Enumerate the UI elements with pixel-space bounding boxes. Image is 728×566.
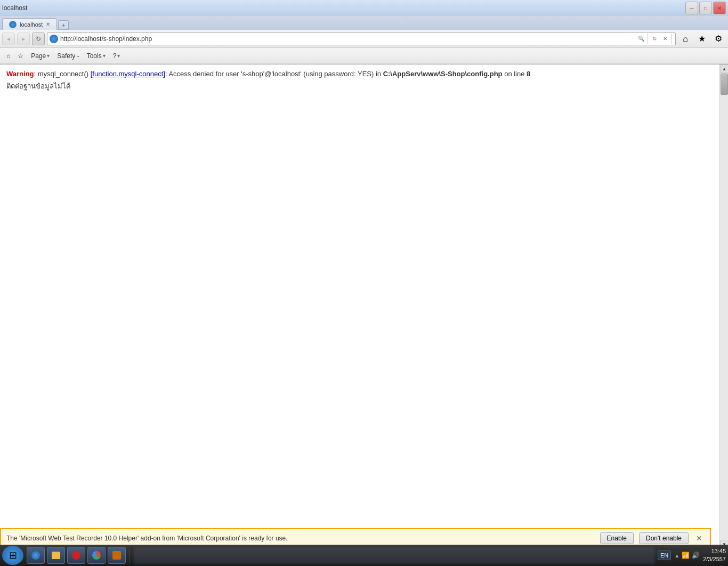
- refresh-button[interactable]: ↻: [32, 33, 45, 45]
- taskbar-running-apps: [134, 547, 654, 564]
- separator2: [672, 34, 672, 44]
- media-icon: [72, 551, 80, 560]
- tab-favicon: [9, 21, 17, 28]
- address-bar-container: 🔍 ↻ ✕: [47, 33, 676, 45]
- window-controls: ─ □ ✕: [685, 2, 726, 14]
- page-menu-label: Page: [31, 52, 46, 60]
- taskbar-clock[interactable]: 13:45 2/3/2557: [703, 547, 726, 564]
- forward-button[interactable]: ▸: [17, 33, 30, 45]
- taskbar: ⊞ EN ▲ 📶 🔊 13:45 2/3/2557: [0, 545, 728, 566]
- search-icon[interactable]: 🔍: [636, 34, 646, 44]
- error-msg: : Access denied for user 's-shop'@'local…: [165, 70, 383, 78]
- separator: [648, 34, 648, 44]
- favorites-toolbar-button[interactable]: ☆: [14, 51, 27, 61]
- volume-icon: 🔊: [692, 552, 700, 559]
- help-dropdown-icon: ▾: [117, 53, 120, 59]
- scrollbar-track[interactable]: [720, 73, 728, 540]
- safety-menu[interactable]: Safety -: [54, 51, 82, 61]
- error-path: C:\AppServ\www\S-Shop\config.php: [383, 70, 503, 78]
- title-bar: localhost ─ □ ✕ localhost ✕ + ◂ ▸ ↻ 🔍 ↻ …: [0, 0, 728, 64]
- tray-arrow[interactable]: ▲: [674, 553, 680, 559]
- content-area: Warning: mysql_connect() [function.mysql…: [0, 64, 719, 548]
- chrome-icon: [92, 551, 101, 560]
- taskbar-folder[interactable]: [47, 547, 65, 564]
- refresh-addr-button[interactable]: ↻: [649, 34, 660, 44]
- nav-right-buttons: ⌂ ★ ⚙: [678, 31, 726, 46]
- tray-icons: ▲ 📶 🔊: [674, 552, 700, 559]
- tools-menu[interactable]: Tools ▾: [84, 51, 109, 61]
- tab-label: localhost: [20, 21, 43, 28]
- network-icon: 📶: [682, 552, 690, 559]
- error-message: Warning: mysql_connect() [function.mysql…: [6, 69, 713, 92]
- addon-bar-close-button[interactable]: ✕: [694, 533, 705, 544]
- system-tray: EN ▲ 📶 🔊 13:45 2/3/2557: [658, 547, 726, 564]
- minimize-button[interactable]: ─: [685, 2, 698, 14]
- restore-button[interactable]: □: [699, 2, 712, 14]
- address-favicon: [50, 35, 58, 43]
- scrollbar-thumb[interactable]: [721, 74, 728, 95]
- clock-date: 2/3/2557: [703, 555, 726, 563]
- error-func: : mysql_connect(): [34, 70, 91, 78]
- safety-menu-label: Safety -: [57, 52, 79, 60]
- favorites-button[interactable]: ★: [694, 31, 709, 46]
- taskbar-separator: [129, 548, 130, 563]
- addon-bar-message: The 'Microsoft Web Test Recorder 10.0 He…: [6, 535, 595, 542]
- taskbar-chrome[interactable]: [87, 547, 106, 564]
- home-button[interactable]: ⌂: [678, 31, 693, 46]
- clock-time: 13:45: [703, 547, 726, 555]
- help-menu-label: ?: [113, 52, 117, 60]
- new-tab-button[interactable]: +: [58, 20, 69, 30]
- tab-localhost[interactable]: localhost ✕: [2, 18, 57, 30]
- stop-button[interactable]: ✕: [660, 34, 670, 44]
- browser-area: Warning: mysql_connect() [function.mysql…: [0, 64, 728, 548]
- tools-dropdown-icon: ▾: [103, 53, 106, 59]
- java-icon: [112, 551, 121, 560]
- warning-label: Warning: [6, 70, 34, 78]
- toolbar: ⌂ ☆ Page ▾ Safety - Tools ▾ ? ▾: [0, 48, 728, 64]
- function-link[interactable]: [function.mysql-connect]: [91, 70, 165, 78]
- close-button[interactable]: ✕: [713, 2, 726, 14]
- tab-favicon-globe: [10, 21, 16, 28]
- thai-error-text: ติดต่อฐานข้อมูลไม่ได้: [6, 81, 713, 92]
- dont-enable-button[interactable]: Don't enable: [639, 532, 689, 544]
- error-line-num: 8: [527, 70, 530, 78]
- home-toolbar-button[interactable]: ⌂: [3, 51, 13, 61]
- nav-bar: ◂ ▸ ↻ 🔍 ↻ ✕ ⌂ ★ ⚙: [0, 30, 728, 48]
- window-title: localhost: [2, 4, 27, 12]
- language-indicator: EN: [658, 551, 671, 560]
- tools-menu-label: Tools: [87, 52, 102, 60]
- scrollbar-up-arrow[interactable]: ▲: [720, 64, 728, 73]
- address-input[interactable]: [60, 35, 636, 43]
- help-menu[interactable]: ? ▾: [110, 51, 124, 61]
- error-line-prefix: on line: [503, 70, 527, 78]
- folder-icon: [52, 552, 60, 559]
- back-button[interactable]: ◂: [2, 33, 15, 45]
- taskbar-ie[interactable]: [27, 547, 45, 564]
- start-button[interactable]: ⊞: [2, 546, 23, 565]
- page-dropdown-icon: ▾: [47, 53, 50, 59]
- settings-button[interactable]: ⚙: [711, 31, 726, 46]
- page-menu[interactable]: Page ▾: [28, 51, 53, 61]
- taskbar-java[interactable]: [108, 547, 126, 564]
- vertical-scrollbar[interactable]: ▲ ▼: [719, 64, 728, 548]
- ie-icon: [31, 551, 40, 560]
- taskbar-media[interactable]: [67, 547, 85, 564]
- title-bar-left: localhost: [2, 4, 27, 12]
- tab-close-button[interactable]: ✕: [46, 21, 50, 27]
- enable-button[interactable]: Enable: [600, 532, 634, 544]
- tab-bar: localhost ✕ +: [0, 16, 728, 30]
